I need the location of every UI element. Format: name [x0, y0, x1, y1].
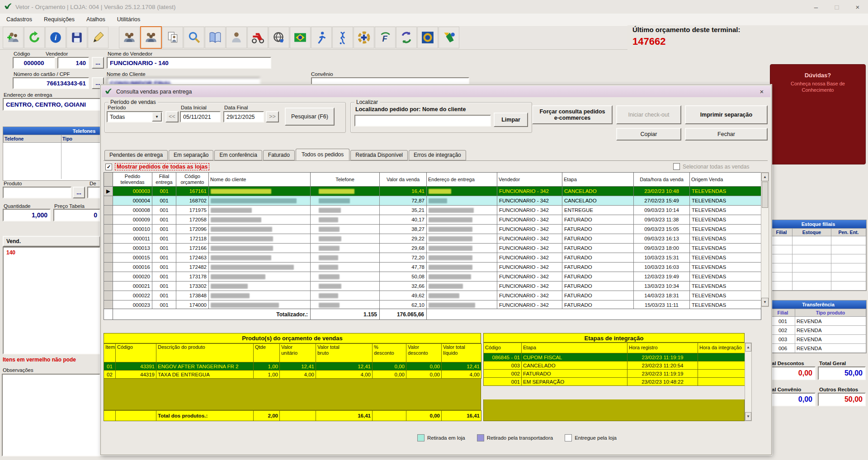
order-row[interactable]: ▶00000300116716116,41FUNCIONARIO - 342CA… [104, 187, 761, 196]
product-row[interactable]: 0244319TAXA DE ENTREGUA1,004,004,000,000… [104, 371, 481, 379]
save-icon[interactable] [66, 27, 87, 48]
integration-row[interactable]: 086845 - 01CUPOM FISCAL23/02/23 11:19:19 [484, 353, 745, 361]
row-selector[interactable] [104, 225, 113, 234]
menu-item-atalhos[interactable]: Atalhos [86, 16, 105, 23]
target-icon[interactable] [354, 27, 374, 48]
quantidade-field[interactable]: 1,000 [3, 209, 51, 221]
brazil-flag-icon[interactable] [290, 27, 311, 48]
clients-icon[interactable] [119, 27, 140, 48]
transfer-row[interactable]: 001REVENDA [771, 317, 866, 326]
order-row[interactable]: 00001600117248247,78FUNCIONARIO - 342FAT… [104, 263, 761, 272]
row-selector[interactable] [104, 272, 113, 282]
row-selector[interactable] [104, 244, 113, 253]
integration-row[interactable]: 001EM SEPARAÇÃO23/02/23 10:48:22 [484, 378, 745, 386]
next-period-button[interactable]: >> [266, 111, 279, 122]
minimize-button[interactable]: – [806, 0, 826, 14]
nome-vendedor-field[interactable]: FUNCIONARIO - 140 [107, 57, 271, 69]
codigo-field[interactable]: 000000 [13, 57, 55, 69]
preco-field[interactable]: 0 [53, 209, 100, 221]
scrollbar-thumb[interactable] [762, 182, 768, 208]
transfer-row[interactable]: 003REVENDA [771, 335, 866, 344]
refresh-icon[interactable] [24, 27, 45, 48]
column-header[interactable]: Filial entrega [152, 173, 176, 187]
info-icon[interactable]: i [45, 27, 66, 48]
show-all-stores-checkbox[interactable]: ✓ Mostrar pedidos de todas as lojas [105, 163, 209, 170]
transfer-row[interactable]: 006REVENDA [771, 344, 866, 353]
maximize-button[interactable]: □ [826, 0, 847, 14]
de-field[interactable] [87, 187, 100, 198]
tab-pendentes-de-entrega[interactable]: Pendentes de entrega [104, 150, 168, 160]
scroll-up-icon[interactable]: ▲ [761, 173, 769, 181]
order-row[interactable]: 00000800117197535,21FUNCIONARIO - 342ENT… [104, 206, 761, 215]
column-header[interactable]: Pedido televendas [113, 173, 152, 187]
column-header[interactable]: Telefone [311, 173, 380, 187]
produto-field[interactable] [3, 187, 71, 198]
row-selector[interactable] [104, 196, 113, 206]
fechar-button[interactable]: Fechar [685, 128, 768, 141]
tab-erros-de-integra-o[interactable]: Erros de integração [409, 150, 466, 160]
scroll-up-icon[interactable]: ▲ [745, 343, 751, 352]
search-icon[interactable] [184, 27, 204, 48]
row-selector[interactable]: ▶ [104, 187, 113, 196]
order-row[interactable]: 00002200117384849,62FUNCIONARIO - 342FAT… [104, 291, 761, 300]
row-selector[interactable] [104, 263, 113, 272]
column-header[interactable]: Origem Venda [690, 173, 761, 187]
observacoes-field[interactable] [2, 374, 100, 456]
column-header[interactable] [104, 173, 113, 187]
pesquisar-button[interactable]: Pesquisar (F6) [285, 108, 335, 126]
row-selector[interactable] [104, 253, 113, 263]
order-row[interactable]: 00002000117317850,08FUNCIONARIO - 342FAT… [104, 272, 761, 282]
order-row[interactable]: 00000400116870272,87FUNCIONARIO - 342CAN… [104, 196, 761, 206]
menu-item-cadastros[interactable]: Cadastros [6, 16, 32, 23]
product-row[interactable]: 0143391ENGOV AFTER TANGERINA FR 21,0012,… [104, 362, 481, 371]
vetor-logo-icon[interactable] [439, 27, 459, 48]
vendedor-field[interactable]: 140 [57, 57, 89, 69]
row-selector[interactable] [104, 234, 113, 244]
column-header[interactable]: Data/hora da venda [634, 173, 690, 187]
periodo-select[interactable]: Todas ▼ [107, 111, 163, 122]
dialog-close-icon[interactable]: × [756, 88, 768, 95]
catalog-icon[interactable] [205, 27, 226, 48]
order-row[interactable]: 00001100117211829,22FUNCIONARIO - 342FAT… [104, 234, 761, 244]
dialog-title-bar[interactable]: Consulta vendas para entrega × [102, 86, 770, 97]
integration-row[interactable]: 002FATURADO23/02/23 11:19:19 [484, 370, 745, 378]
checkbox-checked-icon[interactable]: ✓ [105, 164, 112, 170]
column-header[interactable]: Vendedor [497, 173, 562, 187]
close-button[interactable]: × [847, 0, 868, 14]
column-header[interactable]: Código orçamento [176, 173, 209, 187]
menu-item-requisições[interactable]: Requisições [44, 16, 75, 23]
select-all-checkbox[interactable]: Selecionar todas as vendas [673, 163, 749, 170]
order-row[interactable]: 00000900117205840,17FUNCIONARIO - 342FAT… [104, 215, 761, 225]
dna-icon[interactable] [332, 27, 353, 48]
row-selector[interactable] [104, 206, 113, 215]
row-selector[interactable] [104, 291, 113, 300]
transfer-row[interactable]: 002REVENDA [771, 326, 866, 335]
copiar-button[interactable]: Copiar [616, 128, 681, 141]
integration-row[interactable]: 003CANCELADO23/02/23 11:20:54 [484, 361, 745, 370]
limpar-button[interactable]: Limpar [494, 113, 528, 127]
column-header[interactable]: Nome do cliente [209, 173, 311, 187]
vend-list[interactable]: 140 [3, 247, 100, 354]
tab-em-separa-o[interactable]: Em separação [169, 150, 213, 160]
data-inicial-field[interactable]: 05/11/2021 [180, 111, 221, 122]
forcar-consulta-button[interactable]: Forçar consulta pedidos e-commerces [532, 105, 613, 124]
prev-period-button[interactable]: << [165, 111, 179, 122]
clients-active-icon[interactable] [140, 26, 162, 49]
row-selector[interactable] [104, 215, 113, 225]
vend-list-item[interactable]: 140 [4, 248, 99, 258]
athlete-icon[interactable] [311, 27, 332, 48]
orders-scrollbar[interactable]: ▲ ▼ [761, 172, 769, 307]
sync-icon[interactable] [396, 27, 417, 48]
tab-em-confer-ncia[interactable]: Em conferência [214, 150, 262, 160]
scroll-down-icon[interactable]: ▼ [745, 412, 751, 421]
localizar-input[interactable] [354, 115, 491, 127]
web-store-icon[interactable] [269, 27, 289, 48]
checkbox-unchecked-icon[interactable] [673, 163, 680, 170]
tab-todos-os-pedidos[interactable]: Todos os pedidos [296, 149, 349, 161]
iniciar-checkout-button[interactable]: Iniciar check-out [616, 105, 681, 124]
column-header[interactable]: Valor da venda [380, 173, 427, 187]
vendedor-browse-button[interactable]: ... [92, 57, 104, 69]
chevron-down-icon[interactable]: ▼ [152, 112, 162, 122]
integration-scrollbar[interactable]: ▲ ▼ [745, 343, 752, 421]
order-row[interactable]: 00001500117246372,20FUNCIONARIO - 342FAT… [104, 253, 761, 263]
